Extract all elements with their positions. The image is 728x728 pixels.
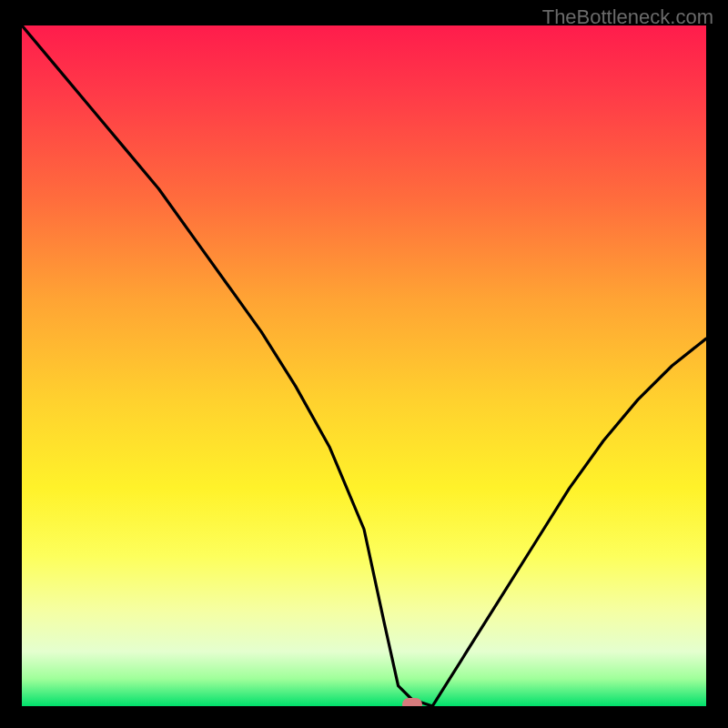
- bottleneck-curve-path: [22, 25, 706, 706]
- optimum-marker: [402, 698, 422, 706]
- chart-curve-svg: [22, 25, 706, 706]
- watermark-text: TheBottleneck.com: [542, 5, 713, 29]
- chart-plot-area: [22, 25, 706, 706]
